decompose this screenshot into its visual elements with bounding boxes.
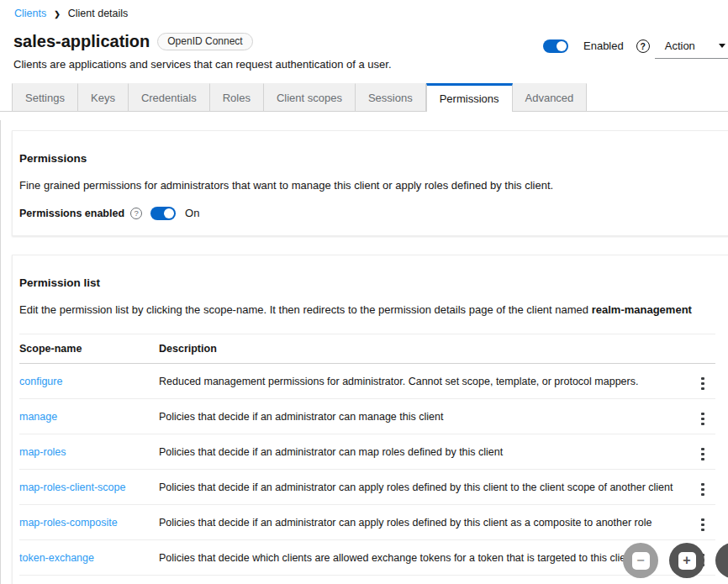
help-icon[interactable]: ? <box>130 208 142 219</box>
client-details-page: Clients ❯ Client details sales-applicati… <box>0 0 728 584</box>
description-cell: Policies that decide if an administrator… <box>159 576 690 584</box>
protocol-badge: OpenID Connect <box>157 33 252 50</box>
chevron-right-icon: ❯ <box>54 10 61 18</box>
permissions-enabled-state: On <box>185 207 199 219</box>
table-header-row: Scope-name Description <box>19 334 715 364</box>
permission-list-title: Permission list <box>19 276 715 289</box>
description-cell: Reduced management permissions for admin… <box>159 364 690 399</box>
breadcrumb-link-clients[interactable]: Clients <box>14 8 46 19</box>
tab-credentials[interactable]: Credentials <box>129 83 210 111</box>
zoom-in-icon: + <box>678 552 696 570</box>
table-row: map-roles-compositePolicies that decide … <box>19 505 715 540</box>
actions-cell <box>690 505 715 540</box>
permission-list-card: Permission list Edit the permission list… <box>12 255 728 584</box>
actions-cell <box>690 364 715 399</box>
action-dropdown[interactable]: Action <box>655 33 728 59</box>
enabled-toggle[interactable] <box>543 39 568 53</box>
toggle-knob <box>557 41 567 51</box>
table-row: map-rolesPolicies that decide if an admi… <box>19 434 715 470</box>
kebab-menu-icon[interactable] <box>696 376 710 392</box>
tab-roles[interactable]: Roles <box>210 83 264 111</box>
scope-link-map-roles[interactable]: map-roles <box>19 446 66 458</box>
permissions-enabled-row: Permissions enabled ? On <box>19 207 715 220</box>
page-title: sales-application <box>13 32 150 51</box>
zoom-out-icon: − <box>632 552 650 570</box>
tab-settings[interactable]: Settings <box>12 83 78 111</box>
scope-name-cell: map-roles <box>19 434 159 470</box>
kebab-menu-icon[interactable] <box>696 481 710 498</box>
help-icon[interactable]: ? <box>636 39 650 53</box>
table-row: configureReduced management permissions … <box>19 364 715 399</box>
column-header-actions <box>690 334 715 364</box>
description-cell: Policies that decide which clients are a… <box>159 540 690 576</box>
permissions-card-title: Permissions <box>19 152 715 165</box>
column-header-scope-name: Scope-name <box>19 334 159 364</box>
enabled-label: Enabled <box>583 39 624 52</box>
permissions-enabled-toggle[interactable] <box>150 207 176 220</box>
tab-advanced[interactable]: Advanced <box>513 83 588 111</box>
column-header-description: Description <box>159 334 690 364</box>
permission-list-description: Edit the permission list by clicking the… <box>19 302 702 318</box>
zoom-overlay-controls: − + ↙ <box>623 543 728 578</box>
page-description: Clients are applications and services th… <box>13 58 728 71</box>
collapse-controls-button[interactable]: ↙ <box>715 543 728 578</box>
scope-name-cell: map-roles-composite <box>19 505 159 540</box>
scope-name-cell: manage <box>19 399 159 434</box>
actions-cell <box>690 470 715 505</box>
tab-sessions[interactable]: Sessions <box>356 83 426 111</box>
client-name: realm-management <box>592 303 692 316</box>
actions-cell <box>690 399 715 434</box>
action-dropdown-label: Action <box>665 39 695 52</box>
table-row: token-exchangePolicies that decide which… <box>19 540 715 576</box>
toggle-knob <box>164 208 174 218</box>
table-row: viewPolicies that decide if an administr… <box>19 576 715 584</box>
scope-link-map-roles-client-scope[interactable]: map-roles-client-scope <box>19 481 125 493</box>
scope-link-map-roles-composite[interactable]: map-roles-composite <box>19 517 118 529</box>
description-cell: Policies that decide if an administrator… <box>159 434 690 470</box>
scope-name-cell: token-exchange <box>19 540 159 576</box>
permissions-card-description: Fine grained permissions for administrat… <box>19 177 702 194</box>
permission-list-description-text: Edit the permission list by clicking the… <box>19 303 592 316</box>
scope-link-token-exchange[interactable]: token-exchange <box>19 552 94 564</box>
scope-link-configure[interactable]: configure <box>19 376 62 387</box>
permissions-enabled-label: Permissions enabled <box>19 208 124 219</box>
permission-table-body: configureReduced management permissions … <box>19 364 715 584</box>
kebab-menu-icon[interactable] <box>696 517 710 534</box>
kebab-menu-icon[interactable] <box>696 446 710 463</box>
tab-bar: SettingsKeysCredentialsRolesClient scope… <box>0 83 728 112</box>
scope-name-cell: configure <box>19 364 159 399</box>
caret-down-icon <box>719 44 725 48</box>
tab-client-scopes[interactable]: Client scopes <box>264 83 356 111</box>
table-row: managePolicies that decide if an adminis… <box>19 399 715 434</box>
scope-name-cell: map-roles-client-scope <box>19 470 159 505</box>
description-cell: Policies that decide if an administrator… <box>159 505 690 540</box>
tab-keys[interactable]: Keys <box>78 83 129 111</box>
description-cell: Policies that decide if an administrator… <box>159 399 690 434</box>
zoom-in-button[interactable]: + <box>669 543 704 578</box>
scope-link-manage[interactable]: manage <box>19 411 57 423</box>
breadcrumb: Clients ❯ Client details <box>0 0 728 19</box>
description-cell: Policies that decide if an administrator… <box>159 470 690 505</box>
actions-cell <box>690 434 715 470</box>
zoom-out-button[interactable]: − <box>623 543 658 578</box>
permission-table: Scope-name Description configureReduced … <box>19 334 715 584</box>
kebab-menu-icon[interactable] <box>696 411 710 428</box>
table-row: map-roles-client-scopePolicies that deci… <box>19 470 715 505</box>
breadcrumb-current: Client details <box>68 8 129 19</box>
header-controls: Enabled ? Action <box>543 33 728 59</box>
content-left-edge <box>0 120 1 584</box>
permissions-card: Permissions Fine grained permissions for… <box>12 130 728 236</box>
scope-name-cell: view <box>19 576 159 584</box>
tab-permissions[interactable]: Permissions <box>426 83 513 112</box>
